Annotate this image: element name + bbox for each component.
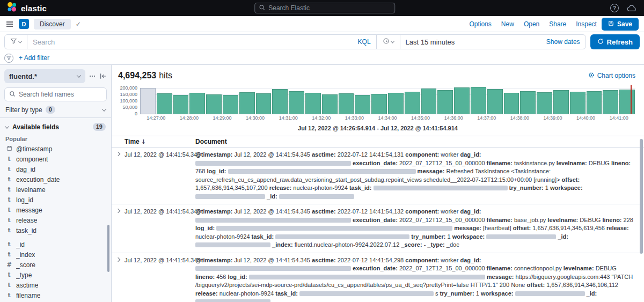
field-item-_index[interactable]: t_index	[4, 249, 107, 260]
kql-language-button[interactable]: KQL	[353, 38, 376, 46]
app-navbar: D Discover ✓ OptionsNewOpenShareInspect …	[0, 16, 644, 32]
hits-count: 4,694,253	[118, 71, 156, 80]
string-field-icon: t	[6, 282, 12, 289]
doc-field-value: DEBUG	[580, 217, 601, 223]
table-row: Jul 12, 2022 @ 14:41:54.345@timestamp: J…	[112, 253, 644, 302]
field-item-component[interactable]: tcomponent	[4, 154, 107, 164]
expand-toggle[interactable]	[112, 151, 125, 201]
doc-field-value: Jul 12, 2022 @ 14:41:54.345	[234, 151, 310, 158]
refresh-button[interactable]: Refresh	[590, 34, 640, 49]
chevron-down-icon	[77, 73, 81, 77]
histogram-bar	[321, 85, 338, 114]
current-time-marker	[631, 85, 632, 114]
doc-field-name: asctime:	[312, 151, 336, 158]
time-range-value[interactable]: Last 15 minutes	[400, 38, 460, 46]
time-range-caption: Jul 12, 2022 @ 14:26:54.914 - Jul 12, 20…	[112, 125, 644, 131]
doc-field-name: try_number:	[509, 185, 544, 191]
histogram-bar	[619, 85, 635, 114]
string-field-icon: t	[6, 166, 12, 173]
sidebar-scrollbar[interactable]	[107, 225, 109, 272]
doc-field-value: worker	[441, 257, 458, 263]
doc-field-value: taskinstance.py	[514, 160, 555, 166]
string-field-icon: t	[6, 196, 12, 203]
document-cell: @timestamp: Jul 12, 2022 @ 14:41:54.345 …	[195, 208, 644, 249]
field-item-levelname[interactable]: tlevelname	[4, 185, 107, 195]
field-item-message[interactable]: tmessage	[4, 205, 107, 215]
doc-table-header: Time↓ Document	[112, 136, 644, 148]
cloud-icon[interactable]	[626, 4, 638, 12]
nav-link-inspect[interactable]: Inspect	[576, 20, 597, 28]
field-item-asctime[interactable]: tasctime	[4, 280, 107, 290]
string-field-icon: t	[6, 227, 12, 234]
show-dates-link[interactable]: Show dates	[546, 38, 586, 46]
field-item-execution_date[interactable]: texecution_date	[4, 174, 107, 185]
histogram-bar	[404, 85, 421, 114]
index-pattern-selector[interactable]: fluentd.*	[4, 69, 85, 83]
date-field-icon	[6, 145, 12, 153]
string-field-icon: t	[6, 207, 12, 213]
options-dots-icon[interactable]	[89, 72, 96, 80]
filter-by-type[interactable]: Filter by type 0	[0, 101, 111, 118]
sort-desc-icon: ↓	[141, 138, 146, 145]
field-item-dag_id[interactable]: tdag_id	[4, 164, 107, 174]
nav-link-open[interactable]: Open	[524, 20, 539, 28]
x-axis-label: 14:27:00	[147, 115, 165, 121]
saved-query-menu-button[interactable]	[5, 35, 27, 49]
expand-toggle[interactable]	[112, 256, 125, 302]
field-item-log_id[interactable]: tlog_id	[4, 195, 107, 205]
doc-field-name: @timestamp:	[195, 151, 232, 158]
doc-field-name: execution_date:	[353, 217, 398, 223]
elastic-brand[interactable]: elastic	[6, 2, 47, 14]
field-search-input[interactable]	[19, 91, 102, 98]
expand-toggle[interactable]	[112, 208, 125, 249]
redacted-value	[486, 234, 556, 239]
field-item-release[interactable]: trelease	[4, 215, 107, 225]
doc-field-value: worker	[441, 151, 458, 158]
histogram-chart[interactable]: 050,000100,000150,000200,000	[118, 85, 635, 114]
doc-field-name: lineno:	[602, 217, 621, 223]
available-fields-header[interactable]: Available fields 19	[4, 118, 107, 133]
field-item-task_id[interactable]: ttask_id	[4, 225, 107, 235]
collapse-sidebar-icon[interactable]	[99, 72, 107, 80]
fields-sidebar: fluentd.* Filter by type 0	[0, 65, 112, 302]
redacted-value	[195, 218, 351, 223]
table-scrollbar[interactable]	[640, 139, 643, 254]
global-search[interactable]	[254, 3, 395, 13]
help-icon[interactable]: ?	[610, 4, 619, 12]
histogram-bar	[487, 85, 503, 114]
field-item-_score[interactable]: #_score	[4, 260, 107, 270]
time-menu-button[interactable]	[377, 35, 400, 49]
kql-search: KQL	[27, 35, 376, 49]
add-filter-link[interactable]: + Add filter	[19, 54, 49, 62]
doc-field-value: 1	[476, 290, 479, 297]
doc-field-value: nuclear-photon-9924	[219, 290, 274, 297]
histogram-bar	[437, 85, 453, 114]
histogram-bar	[453, 85, 470, 114]
nav-link-options[interactable]: Options	[470, 20, 492, 28]
x-axis-label: 14:34:00	[378, 115, 397, 121]
breadcrumb-discover[interactable]: Discover	[34, 19, 71, 30]
chart-plot[interactable]	[140, 85, 635, 114]
doc-field-name: _type:	[427, 241, 444, 248]
nav-link-share[interactable]: Share	[549, 20, 566, 28]
filter-actions-icon[interactable]	[4, 54, 13, 63]
field-item-_id[interactable]: t_id	[4, 239, 107, 249]
filter-by-type-count: 0	[46, 106, 55, 114]
deployment-badge[interactable]: D	[19, 19, 29, 29]
number-field-icon: #	[6, 261, 12, 268]
query-input[interactable]	[27, 38, 353, 46]
field-search[interactable]	[4, 87, 107, 101]
menu-icon[interactable]	[5, 20, 14, 28]
x-axis-label: 14:39:00	[543, 115, 562, 121]
global-search-input[interactable]	[268, 4, 391, 12]
chart-options-button[interactable]: Chart options	[588, 72, 635, 80]
redacted-value	[515, 291, 585, 296]
field-item-filename[interactable]: tfilename	[4, 290, 107, 300]
field-item-@timestamp[interactable]: @timestamp	[4, 144, 107, 154]
field-item-_type[interactable]: t_type	[4, 270, 107, 280]
doc-field-value: connectionpool.py	[514, 265, 562, 271]
time-column-header[interactable]: Time↓	[125, 138, 195, 145]
nav-link-new[interactable]: New	[501, 20, 514, 28]
meta-field-list: t_idt_index#_scoret_typetasctimetfilenam…	[4, 239, 107, 302]
save-button[interactable]: Save	[602, 18, 639, 31]
